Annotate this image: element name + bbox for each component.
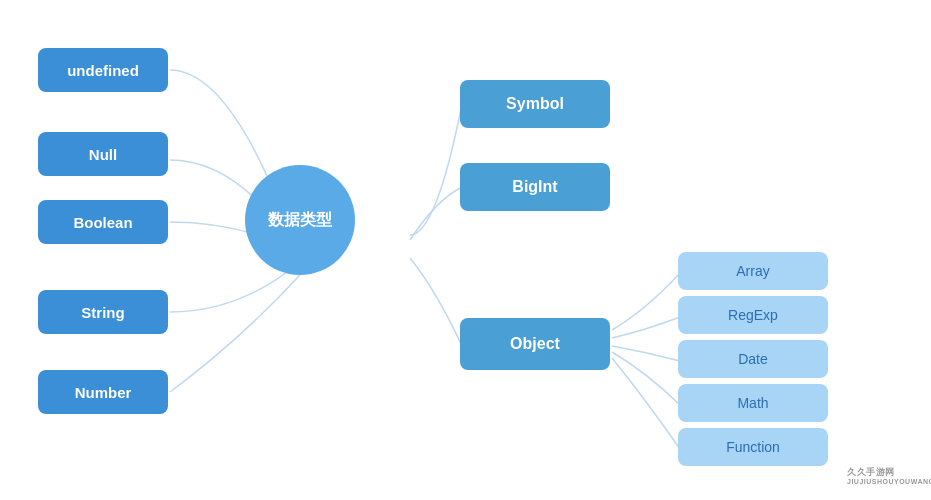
center-label: 数据类型 [268, 210, 332, 231]
node-bigint: BigInt [460, 163, 610, 211]
node-number: Number [38, 370, 168, 414]
node-object: Object [460, 318, 610, 370]
node-array: Array [678, 252, 828, 290]
node-string: String [38, 290, 168, 334]
node-null: Null [38, 132, 168, 176]
node-regexp: RegExp [678, 296, 828, 334]
watermark-text: 久久手游网 JIUJIUSHOUYOUWANG [847, 467, 931, 486]
center-node: 数据类型 [245, 165, 355, 275]
node-math: Math [678, 384, 828, 422]
node-date: Date [678, 340, 828, 378]
node-undefined: undefined [38, 48, 168, 92]
node-function: Function [678, 428, 828, 466]
watermark: 久久手游网 JIUJIUSHOUYOUWANG [843, 462, 923, 492]
node-boolean: Boolean [38, 200, 168, 244]
node-symbol: Symbol [460, 80, 610, 128]
